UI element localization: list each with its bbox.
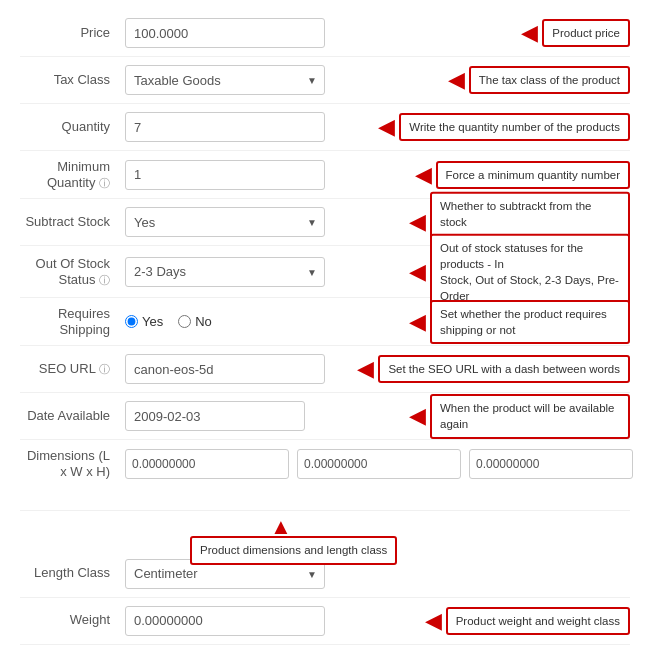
out-of-stock-arrow: ◀ xyxy=(409,261,426,283)
min-quantity-arrow: ◀ xyxy=(415,164,432,186)
seo-url-arrow: ◀ xyxy=(357,358,374,380)
out-of-stock-annotation: Out of stock statuses for the products -… xyxy=(430,234,630,310)
dimensions-annotation-box: Product dimensions and length class xyxy=(190,536,397,564)
tax-class-select[interactable]: Taxable Goods None xyxy=(125,65,325,95)
tax-class-label: Tax Class xyxy=(20,72,125,89)
quantity-input[interactable] xyxy=(125,112,325,142)
requires-shipping-label: Requires Shipping xyxy=(20,306,125,337)
price-annotation: Product price xyxy=(542,19,630,47)
out-of-stock-label: Out Of StockStatus ⓘ xyxy=(20,256,125,287)
tax-class-row: Tax Class Taxable Goods None ◀ The tax c… xyxy=(20,57,630,104)
date-available-row: Date Available ◀ When the product will b… xyxy=(20,393,630,440)
requires-shipping-annotation: Set whether the product requires shippin… xyxy=(430,300,630,344)
date-available-annotation: When the product will be available again xyxy=(430,394,630,438)
out-of-stock-help-icon[interactable]: ⓘ xyxy=(99,274,110,286)
seo-url-row: SEO URL ⓘ ◀ Set the SEO URL with a dash … xyxy=(20,346,630,393)
quantity-arrow: ◀ xyxy=(378,116,395,138)
requires-shipping-radios: Yes No xyxy=(125,314,212,329)
price-arrow: ◀ xyxy=(521,22,538,44)
length-class-label: Length Class xyxy=(20,565,125,582)
tax-class-annotation: The tax class of the product xyxy=(469,66,630,94)
dimensions-label: Dimensions (L x W x H) xyxy=(20,448,125,479)
price-label: Price xyxy=(20,25,125,42)
min-quantity-input[interactable] xyxy=(125,160,325,190)
requires-shipping-row: Requires Shipping Yes No ◀ Set whether t… xyxy=(20,298,630,346)
product-form: Price ◀ Product price Tax Class Taxable … xyxy=(0,0,650,650)
tax-class-arrow: ◀ xyxy=(448,69,465,91)
min-quantity-annotation: Force a minimum quantity number xyxy=(436,161,630,189)
weight-class-row: Weight Class Kilogram Gram Pound Ounce ◀… xyxy=(20,645,630,650)
date-available-arrow: ◀ xyxy=(409,405,426,427)
min-quantity-label: MinimumQuantity ⓘ xyxy=(20,159,125,190)
weight-annotation: Product weight and weight class xyxy=(446,607,630,635)
seo-url-annotation: Set the SEO URL with a dash between word… xyxy=(378,355,630,383)
requires-shipping-no-radio[interactable] xyxy=(178,315,191,328)
seo-url-input[interactable] xyxy=(125,354,325,384)
subtract-stock-select[interactable]: Yes No xyxy=(125,207,325,237)
quantity-row: Quantity ◀ Write the quantity number of … xyxy=(20,104,630,151)
dimension-w-input[interactable] xyxy=(297,449,461,479)
dimension-l-input[interactable] xyxy=(125,449,289,479)
weight-label: Weight xyxy=(20,612,125,629)
weight-row: Weight ◀ Product weight and weight class xyxy=(20,598,630,645)
subtract-stock-label: Subtract Stock xyxy=(20,214,125,231)
dimensions-inputs xyxy=(125,449,633,479)
dimension-h-input[interactable] xyxy=(469,449,633,479)
weight-arrow: ◀ xyxy=(425,610,442,632)
min-quantity-help-icon[interactable]: ⓘ xyxy=(99,177,110,189)
price-row: Price ◀ Product price xyxy=(20,10,630,57)
seo-url-label: SEO URL ⓘ xyxy=(20,361,125,378)
date-available-input[interactable] xyxy=(125,401,305,431)
quantity-annotation: Write the quantity number of the product… xyxy=(399,113,630,141)
out-of-stock-select[interactable]: In Stock Out of Stock 2-3 Days Pre-Order xyxy=(125,257,325,287)
date-available-label: Date Available xyxy=(20,408,125,425)
subtract-stock-arrow: ◀ xyxy=(409,211,426,233)
quantity-label: Quantity xyxy=(20,119,125,136)
dimensions-row: Dimensions (L x W x H) ▲ Product dimensi… xyxy=(20,440,630,510)
requires-shipping-yes-radio[interactable] xyxy=(125,315,138,328)
out-of-stock-row: Out Of StockStatus ⓘ In Stock Out of Sto… xyxy=(20,246,630,298)
requires-shipping-arrow: ◀ xyxy=(409,311,426,333)
dimensions-down-arrow: ▲ xyxy=(270,516,292,538)
requires-shipping-no-label[interactable]: No xyxy=(178,314,212,329)
weight-input[interactable] xyxy=(125,606,325,636)
price-input[interactable] xyxy=(125,18,325,48)
requires-shipping-yes-label[interactable]: Yes xyxy=(125,314,163,329)
seo-url-help-icon[interactable]: ⓘ xyxy=(99,363,110,375)
